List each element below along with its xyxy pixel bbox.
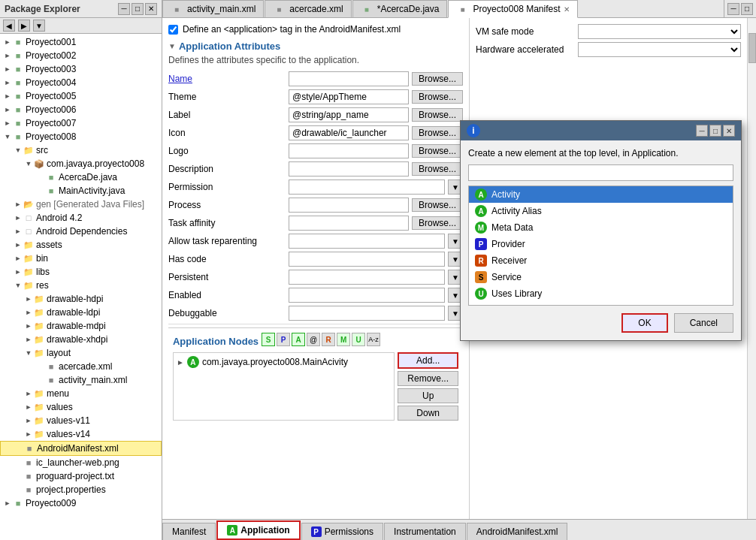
tab-activity-main[interactable]: ■ activity_main.xml	[162, 0, 264, 17]
section-collapse-arrow[interactable]: ▼	[168, 42, 176, 50]
tree-item-proyecto004[interactable]: ► ■ Proyecto004	[0, 76, 162, 89]
nodes-s-btn[interactable]: S	[262, 333, 275, 346]
expand-arrow[interactable]: ►	[24, 335, 33, 344]
tree-item-values[interactable]: ► 📁 values	[0, 400, 162, 414]
field-input-persistent[interactable]	[289, 270, 445, 285]
expand-arrow[interactable]: ►	[3, 92, 12, 101]
tree-item-acercade[interactable]: ■ AcercaDe.java	[0, 170, 162, 184]
expand-arrow[interactable]: ►	[14, 200, 23, 209]
expand-arrow[interactable]: ►	[3, 119, 12, 128]
modal-maximize-btn[interactable]: □	[709, 125, 721, 137]
field-input-name[interactable]	[289, 71, 409, 86]
tree-item-values-v11[interactable]: ► 📁 values-v11	[0, 414, 162, 427]
bottom-tab-androidmanifest[interactable]: AndroidManifest.xml	[467, 523, 568, 540]
tree-item-proyecto008[interactable]: ▼ ■ Proyecto008	[0, 130, 162, 143]
down-node-btn[interactable]: Down	[398, 406, 458, 421]
modal-list-item-meta-data[interactable]: M Meta Data	[469, 219, 733, 236]
tree-item-mainactivity[interactable]: ■ MainActivity.java	[0, 184, 162, 198]
tree-item-project-props[interactable]: ■ project.properties	[0, 483, 162, 496]
tab-close-btn[interactable]: ✕	[564, 5, 570, 14]
modal-list-item-receiver[interactable]: R Receiver	[469, 252, 733, 269]
expand-arrow[interactable]: ►	[3, 51, 12, 60]
browse-icon-btn[interactable]: Browse...	[412, 126, 463, 140]
expand-arrow[interactable]: ►	[3, 499, 12, 508]
tree-item-drawable-ldpi[interactable]: ► 📁 drawable-ldpi	[0, 306, 162, 319]
field-input-icon[interactable]	[289, 125, 409, 140]
node-item-main[interactable]: ► A com.javaya.proyecto008.MainAcivity	[177, 356, 391, 368]
expand-arrow[interactable]: ▼	[24, 348, 33, 357]
tree-item-proyecto002[interactable]: ► ■ Proyecto002	[0, 49, 162, 62]
nodes-at-btn[interactable]: @	[307, 333, 320, 346]
modal-minimize-btn[interactable]: ─	[696, 125, 708, 137]
modal-list-item-activity[interactable]: A Activity	[469, 186, 733, 203]
tree-item-package[interactable]: ▼ 📦 com.javaya.proyecto008	[0, 157, 162, 170]
expand-arrow[interactable]: ▼	[24, 159, 33, 168]
field-input-taskaffinity[interactable]	[289, 216, 409, 231]
nodes-r-btn[interactable]: R	[322, 333, 335, 346]
nodes-a-btn[interactable]: A	[292, 333, 305, 346]
dropdown-tree-btn[interactable]: ▼	[33, 20, 45, 32]
tree-item-src[interactable]: ▼ 📁 src	[0, 143, 162, 157]
expand-arrow[interactable]: ►	[24, 403, 33, 412]
tree-item-proyecto005[interactable]: ► ■ Proyecto005	[0, 89, 162, 103]
close-panel-btn[interactable]: ✕	[145, 3, 157, 15]
browse-theme-btn[interactable]: Browse...	[412, 90, 463, 104]
tab-acercade[interactable]: ■ acercade.xml	[265, 0, 351, 17]
modal-close-btn[interactable]: ✕	[723, 125, 735, 137]
up-node-btn[interactable]: Up	[398, 388, 458, 403]
tree-item-proyecto009[interactable]: ► ■ Proyecto009	[0, 496, 162, 510]
add-node-btn[interactable]: Add...	[398, 352, 458, 369]
expand-arrow[interactable]: ▼	[3, 132, 12, 141]
modal-list-item-uses-library[interactable]: U Uses Library	[469, 285, 733, 302]
tree-item-bin[interactable]: ► 📁 bin	[0, 252, 162, 265]
field-input-description[interactable]	[289, 161, 409, 176]
minimize-editor-btn[interactable]: ─	[727, 3, 739, 15]
tree-item-menu[interactable]: ► 📁 menu	[0, 387, 162, 400]
remove-node-btn[interactable]: Remove...	[398, 371, 458, 386]
field-input-hascode[interactable]	[289, 252, 445, 267]
expand-arrow[interactable]: ►	[14, 213, 23, 222]
expand-arrow[interactable]: ►	[24, 416, 33, 425]
expand-arrow[interactable]: ►	[24, 308, 33, 317]
expand-arrow[interactable]: ▼	[14, 146, 23, 155]
expand-arrow[interactable]: ►	[24, 294, 33, 303]
expand-arrow[interactable]: ►	[24, 430, 33, 439]
tree-item-drawable-mdpi[interactable]: ► 📁 drawable-mdpi	[0, 319, 162, 333]
field-input-process[interactable]	[289, 198, 409, 213]
tree-item-acercade-xml[interactable]: ■ acercade.xml	[0, 360, 162, 373]
browse-taskaffinity-btn[interactable]: Browse...	[412, 216, 463, 230]
tree-item-proyecto001[interactable]: ► ■ Proyecto001	[0, 35, 162, 49]
expand-arrow[interactable]: ►	[14, 254, 23, 263]
expand-arrow[interactable]: ►	[3, 78, 12, 87]
expand-arrow[interactable]: ►	[14, 227, 23, 236]
tree-item-layout[interactable]: ▼ 📁 layout	[0, 346, 162, 360]
expand-arrow[interactable]: ►	[24, 321, 33, 330]
tree-item-proguard[interactable]: ■ proguard-project.txt	[0, 469, 162, 483]
tree-item-android42[interactable]: ► □ Android 4.2	[0, 211, 162, 225]
nodes-u-btn[interactable]: U	[352, 333, 365, 346]
back-btn[interactable]: ◀	[3, 20, 15, 32]
maximize-btn[interactable]: □	[132, 3, 144, 15]
tree-item-gen[interactable]: ► 📂 gen [Generated Java Files]	[0, 198, 162, 211]
browse-process-btn[interactable]: Browse...	[412, 198, 463, 212]
tree-item-libs[interactable]: ► 📁 libs	[0, 265, 162, 279]
field-input-theme[interactable]	[289, 89, 409, 104]
field-input-logo[interactable]	[289, 143, 409, 158]
modal-list-item-provider[interactable]: P Provider	[469, 236, 733, 252]
bottom-tab-application[interactable]: A Application	[216, 520, 300, 540]
browse-label-btn[interactable]: Browse...	[412, 108, 463, 122]
tree-item-values-v14[interactable]: ► 📁 values-v14	[0, 427, 162, 441]
tree-item-proyecto006[interactable]: ► ■ Proyecto006	[0, 103, 162, 116]
expand-arrow[interactable]: ►	[14, 267, 23, 276]
nodes-az-btn[interactable]: A-z	[367, 333, 380, 346]
field-label-name[interactable]: Name	[168, 74, 289, 84]
tree-item-proyecto007[interactable]: ► ■ Proyecto007	[0, 116, 162, 130]
tree-item-androidmanifest[interactable]: ■ AndroidManifest.xml	[0, 441, 162, 456]
maximize-editor-btn[interactable]: □	[741, 3, 753, 15]
minimize-btn[interactable]: ─	[118, 3, 130, 15]
modal-list-item-activity-alias[interactable]: A Activity Alias	[469, 203, 733, 219]
tab-acercadejava[interactable]: ■ *AcercaDe.java	[352, 0, 448, 17]
tree-item-android-deps[interactable]: ► □ Android Dependencies	[0, 225, 162, 238]
browse-description-btn[interactable]: Browse...	[412, 162, 463, 176]
nodes-p-btn[interactable]: P	[277, 333, 290, 346]
